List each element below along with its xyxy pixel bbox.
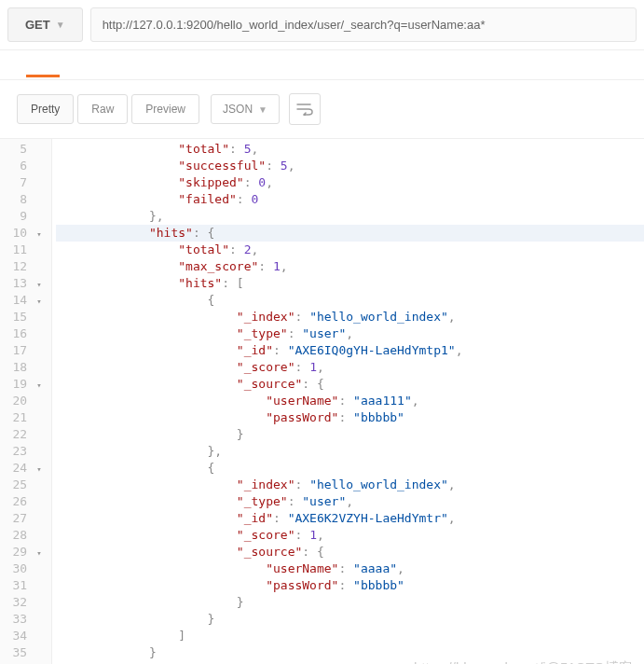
line-number: 31 — [4, 577, 44, 594]
wrap-icon — [296, 103, 313, 116]
method-label: GET — [25, 18, 50, 32]
code-line: "total": 2, — [56, 242, 644, 258]
format-label: JSON — [223, 103, 253, 116]
line-gutter: 5 6 7 8 9 10 ▾11 12 13 ▾14 ▾15 16 17 18 … — [0, 139, 52, 664]
code-line: } — [56, 426, 644, 443]
line-number: 27 — [4, 510, 44, 527]
view-pretty[interactable]: Pretty — [17, 94, 74, 124]
line-number: 30 — [4, 560, 44, 577]
line-number: 14 ▾ — [4, 292, 44, 309]
code-line: }, — [56, 208, 644, 225]
line-number: 20 — [4, 393, 44, 409]
code-line: "max_score": 1, — [56, 258, 644, 275]
line-number: 17 — [4, 342, 44, 359]
code-line: "failed": 0 — [56, 191, 644, 208]
line-number: 8 — [4, 191, 44, 208]
line-number: 26 — [4, 493, 44, 510]
code-line: "_source": { — [56, 544, 644, 560]
format-selector[interactable]: JSON ▼ — [211, 94, 280, 124]
code-line: } — [56, 594, 644, 611]
line-number: 24 ▾ — [4, 460, 44, 477]
method-selector[interactable]: GET ▼ — [7, 7, 83, 42]
fold-toggle[interactable]: ▾ — [34, 461, 44, 477]
code-line: "_index": "hello_world_index", — [56, 477, 644, 493]
response-controls: Pretty Raw Preview JSON ▼ — [0, 80, 644, 139]
url-input[interactable] — [90, 7, 637, 42]
response-body: 5 6 7 8 9 10 ▾11 12 13 ▾14 ▾15 16 17 18 … — [0, 139, 644, 664]
wrap-lines-button[interactable] — [289, 93, 321, 125]
code-line: "userName": "aaa111", — [56, 393, 644, 409]
code-line: } — [56, 644, 644, 661]
line-number: 10 ▾ — [4, 225, 44, 242]
line-number: 12 — [4, 258, 44, 275]
chevron-down-icon: ▼ — [258, 104, 267, 115]
code-line: "total": 5, — [56, 141, 644, 158]
code-line: }, — [56, 443, 644, 460]
code-line: { — [56, 460, 644, 477]
code-line: "_index": "hello_world_index", — [56, 309, 644, 325]
view-preview[interactable]: Preview — [131, 94, 199, 124]
fold-toggle[interactable]: ▾ — [34, 377, 44, 394]
code-line: } — [56, 611, 644, 628]
line-number: 13 ▾ — [4, 275, 44, 292]
line-number: 16 — [4, 325, 44, 342]
fold-toggle[interactable]: ▾ — [34, 545, 44, 561]
view-raw[interactable]: Raw — [77, 94, 128, 124]
chevron-down-icon: ▼ — [56, 20, 65, 30]
code-line: "hits": { — [56, 225, 644, 242]
active-tab-indicator — [26, 75, 60, 77]
fold-toggle[interactable]: ▾ — [34, 293, 44, 310]
line-number: 19 ▾ — [4, 376, 44, 393]
code-line: "skipped": 0, — [56, 174, 644, 191]
code-line: "_id": "AXE6K2VZYH-LaeHdYmtr", — [56, 510, 644, 527]
fold-toggle[interactable]: ▾ — [34, 226, 44, 242]
code-line: "_type": "user", — [56, 325, 644, 342]
line-number: 23 — [4, 443, 44, 460]
code-line: "userName": "aaaa", — [56, 560, 644, 577]
tab-strip — [0, 50, 644, 80]
line-number: 32 — [4, 594, 44, 611]
code-line: "successful": 5, — [56, 158, 644, 174]
line-number: 35 — [4, 644, 44, 661]
line-number: 21 — [4, 409, 44, 426]
line-number: 34 — [4, 628, 44, 644]
line-number: 6 — [4, 158, 44, 174]
code-line: "hits": [ — [56, 275, 644, 292]
code-line: ] — [56, 628, 644, 644]
line-number: 15 — [4, 309, 44, 325]
code-line: "passWord": "bbbbb" — [56, 409, 644, 426]
code-line: "_score": 1, — [56, 359, 644, 376]
line-number: 5 — [4, 141, 44, 158]
line-number: 28 — [4, 527, 44, 544]
code-content[interactable]: "total": 5, "successful": 5, "skipped": … — [52, 139, 644, 664]
line-number: 22 — [4, 426, 44, 443]
code-line: "passWord": "bbbbb" — [56, 577, 644, 594]
line-number: 18 — [4, 359, 44, 376]
line-number: 11 — [4, 242, 44, 258]
line-number: 33 — [4, 611, 44, 628]
code-line: "_source": { — [56, 376, 644, 393]
line-number: 9 — [4, 208, 44, 225]
code-line: "_type": "user", — [56, 493, 644, 510]
fold-toggle[interactable]: ▾ — [34, 276, 44, 293]
code-line: "_score": 1, — [56, 527, 644, 544]
request-bar: GET ▼ — [0, 0, 644, 50]
line-number: 29 ▾ — [4, 544, 44, 560]
code-line: { — [56, 292, 644, 309]
code-line: "_id": "AXE6IQ0gYH-LaeHdYmtp1", — [56, 342, 644, 359]
line-number: 25 — [4, 477, 44, 493]
line-number: 7 — [4, 174, 44, 191]
